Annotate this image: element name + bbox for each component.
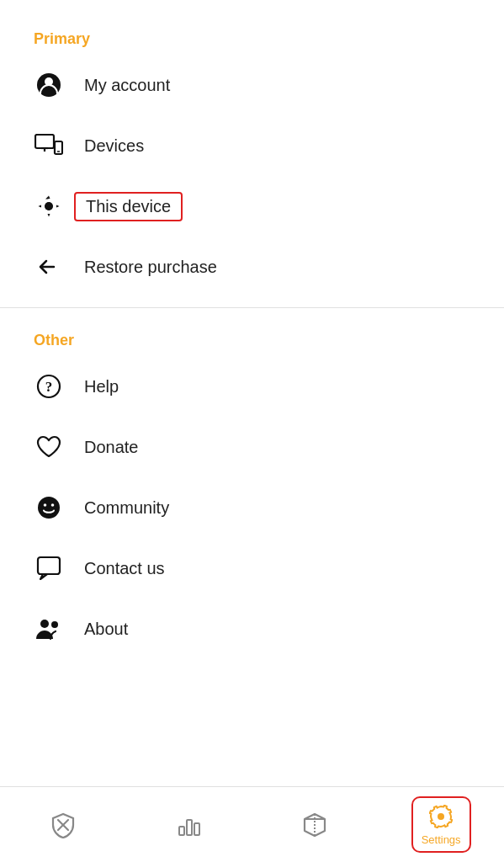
menu-item-my-account[interactable]: My account bbox=[0, 55, 504, 115]
bar-chart-nav-icon bbox=[176, 811, 203, 838]
restore-purchase-label: Restore purchase bbox=[84, 258, 217, 277]
shield-nav-icon bbox=[50, 811, 77, 838]
settings-nav-label: Settings bbox=[422, 833, 461, 846]
svg-point-8 bbox=[45, 203, 53, 210]
svg-rect-14 bbox=[38, 557, 60, 574]
people-icon bbox=[34, 614, 64, 644]
svg-point-16 bbox=[51, 621, 58, 628]
contact-us-label: Contact us bbox=[84, 559, 165, 578]
svg-point-15 bbox=[40, 620, 49, 628]
settings-highlight-box: Settings bbox=[411, 796, 471, 853]
smiley-icon bbox=[34, 492, 64, 523]
nav-item-shield[interactable] bbox=[0, 787, 126, 862]
svg-point-11 bbox=[38, 497, 60, 519]
svg-point-12 bbox=[44, 503, 47, 507]
menu-item-contact-us[interactable]: Contact us bbox=[0, 538, 504, 599]
menu-item-about[interactable]: About bbox=[0, 599, 504, 659]
back-arrow-icon bbox=[34, 252, 64, 282]
primary-section-label: Primary bbox=[0, 17, 504, 55]
donate-label: Donate bbox=[84, 438, 139, 457]
menu-container: Primary My account Devices bbox=[0, 0, 504, 659]
svg-point-13 bbox=[51, 503, 55, 507]
svg-rect-21 bbox=[194, 823, 199, 835]
help-label: Help bbox=[84, 377, 119, 396]
section-divider bbox=[0, 307, 504, 308]
nav-item-settings[interactable]: Settings bbox=[378, 787, 504, 862]
other-section-label: Other bbox=[0, 318, 504, 356]
this-device-highlight: This device bbox=[74, 192, 183, 221]
heart-icon bbox=[34, 432, 64, 462]
devices-icon bbox=[34, 130, 64, 161]
community-label: Community bbox=[84, 498, 169, 518]
gear-nav-icon bbox=[427, 803, 454, 830]
this-device-label: This device bbox=[86, 197, 171, 216]
about-label: About bbox=[84, 620, 128, 639]
person-icon bbox=[34, 70, 64, 100]
gear-icon bbox=[34, 191, 64, 221]
svg-text:?: ? bbox=[45, 379, 53, 395]
svg-rect-19 bbox=[179, 827, 184, 835]
menu-item-help[interactable]: ? Help bbox=[0, 356, 504, 417]
nav-item-box[interactable] bbox=[252, 787, 379, 862]
svg-rect-20 bbox=[187, 820, 192, 835]
bottom-nav: Settings bbox=[0, 786, 504, 862]
help-circle-icon: ? bbox=[34, 371, 64, 402]
nav-item-stats[interactable] bbox=[126, 787, 252, 862]
svg-rect-2 bbox=[35, 135, 54, 148]
my-account-label: My account bbox=[84, 76, 170, 95]
menu-item-donate[interactable]: Donate bbox=[0, 417, 504, 477]
menu-item-devices[interactable]: Devices bbox=[0, 115, 504, 176]
devices-label: Devices bbox=[84, 136, 144, 156]
menu-item-this-device[interactable]: This device bbox=[0, 176, 504, 237]
menu-item-restore-purchase[interactable]: Restore purchase bbox=[0, 237, 504, 297]
menu-item-community[interactable]: Community bbox=[0, 477, 504, 538]
box-nav-icon bbox=[301, 811, 328, 838]
svg-point-24 bbox=[438, 813, 444, 820]
chat-icon bbox=[34, 553, 64, 583]
